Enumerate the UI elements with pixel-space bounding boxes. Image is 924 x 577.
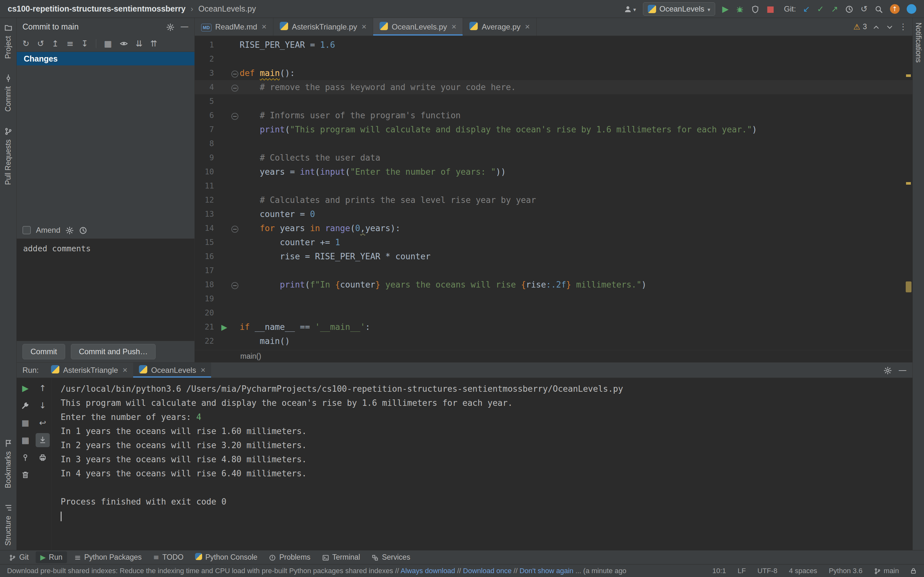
close-icon[interactable]: × (200, 365, 205, 375)
status-main[interactable]: main (874, 567, 899, 575)
code-line-8[interactable]: 8 (195, 137, 913, 151)
code-line-20[interactable]: 20 (195, 306, 913, 320)
close-icon[interactable]: × (451, 22, 456, 32)
run-tab-asterisktriangle[interactable]: AsteriskTriangle× (45, 363, 133, 378)
toolwindow-notifications[interactable]: Notifications (914, 23, 923, 63)
stop-button[interactable]: ■ (18, 416, 32, 430)
refresh-icon[interactable]: ↻ (23, 39, 29, 48)
shelve-icon[interactable]: ↥ (52, 39, 59, 48)
lock-icon[interactable] (910, 567, 917, 574)
down-button[interactable]: ↓ (36, 398, 50, 413)
history-button[interactable] (845, 4, 853, 13)
toolwindow-stripe-pull-requests[interactable]: Pull Requests (4, 127, 13, 185)
code-line-2[interactable]: 2 (195, 52, 913, 66)
code-line-5[interactable]: 5 (195, 94, 913, 108)
warning-stripe-mark[interactable] (906, 74, 911, 77)
prev-warning-button[interactable] (872, 22, 880, 31)
hide-panel-button[interactable]: — (180, 22, 189, 31)
code-editor[interactable]: 1RISE_PER_YEAR = 1.623−def main():4− # r… (195, 36, 913, 350)
debug-button[interactable] (736, 4, 744, 13)
rollback-button[interactable]: ↺ (861, 5, 867, 13)
preview-icon[interactable] (120, 39, 128, 48)
gear-icon[interactable] (166, 22, 174, 31)
group-by-icon[interactable]: ▦ (104, 39, 112, 48)
run-console[interactable]: /usr/local/bin/python3.6 /Users/mia/Pych… (52, 378, 913, 550)
toolwindow-button-todo[interactable]: ≡TODO (149, 551, 188, 563)
fold-icon[interactable]: − (230, 108, 240, 122)
breadcrumb-project[interactable]: cs100-repetition-structures-sentientmoss… (8, 4, 186, 13)
toolwindow-button-run[interactable]: ▶Run (36, 551, 67, 563)
stop-button[interactable]: ■ (766, 5, 774, 13)
commit-message-editor[interactable]: added comments (17, 239, 194, 341)
trash-button[interactable] (18, 468, 32, 482)
code-line-7[interactable]: 7 print("This program will calculate and… (195, 122, 913, 137)
code-line-13[interactable]: 13 counter = 0 (195, 207, 913, 221)
toolwindow-button-services[interactable]: Services (367, 551, 415, 563)
code-line-10[interactable]: 10 years = int(input("Enter the number o… (195, 165, 913, 179)
rerun-button[interactable]: ▶ (18, 381, 32, 395)
commit-check-button[interactable]: ✓ (817, 5, 824, 13)
status-10-1[interactable]: 10:1 (712, 567, 726, 575)
code-line-14[interactable]: 14− for years in range(0,years): (195, 221, 913, 235)
pin-button[interactable] (18, 450, 32, 464)
push-button[interactable]: ↗ (831, 5, 838, 13)
toolwindow-button-problems[interactable]: Problems (264, 551, 315, 563)
run-config-selector[interactable]: OceanLevels ▾ (643, 2, 715, 16)
gear-icon[interactable] (65, 226, 74, 235)
code-line-16[interactable]: 16 rise = RISE_PER_YEAR * counter (195, 250, 913, 263)
run-line-icon[interactable]: ▶ (218, 320, 230, 334)
editor-tab-average-py[interactable]: Average.py× (463, 18, 536, 35)
next-warning-button[interactable] (885, 22, 894, 31)
warning-stripe-mark[interactable] (906, 182, 911, 185)
code-line-11[interactable]: 11 (195, 179, 913, 193)
code-line-9[interactable]: 9 # Collects the user data (195, 151, 913, 165)
commit-and-push-button[interactable]: Commit and Push… (71, 344, 156, 359)
print-button[interactable] (36, 450, 50, 464)
status-utf-8[interactable]: UTF-8 (758, 567, 777, 575)
toolwindow-stripe-project[interactable]: Project (4, 23, 13, 59)
notifications-badge[interactable] (907, 4, 916, 14)
toolwindow-button-terminal[interactable]: Terminal (318, 551, 365, 563)
editor-tab-asterisktriangle-py[interactable]: AsteriskTriangle.py× (273, 18, 373, 35)
coverage-button[interactable] (751, 4, 759, 13)
hide-panel-button[interactable]: — (898, 366, 907, 375)
collapse-all-icon[interactable]: ⇈ (150, 39, 157, 48)
fold-icon[interactable]: − (230, 221, 240, 235)
toolwindow-stripe-structure[interactable]: Structure (4, 503, 13, 546)
editor-breadcrumb[interactable]: main() (195, 350, 913, 362)
changes-node[interactable]: Changes (17, 52, 194, 65)
search-everywhere-button[interactable] (875, 4, 883, 13)
changelist-icon[interactable]: ≡ (66, 39, 73, 48)
more-options-icon[interactable]: ⋮ (899, 23, 907, 31)
status-message[interactable]: Download pre-built shared indexes: Reduc… (7, 567, 703, 575)
code-line-1[interactable]: 1RISE_PER_YEAR = 1.6 (195, 38, 913, 52)
fold-icon[interactable]: − (230, 277, 240, 292)
fold-icon[interactable]: − (230, 66, 240, 80)
code-line-17[interactable]: 17 (195, 263, 913, 277)
run-tab-oceanlevels[interactable]: OceanLevels× (133, 363, 211, 378)
run-button[interactable]: ▶ (722, 5, 729, 13)
settings-button[interactable] (18, 398, 32, 413)
restore-layout-button[interactable]: ▦ (18, 433, 32, 447)
inspections-widget[interactable]: ⚠ 3 (853, 23, 867, 31)
editor-tab-readme-md[interactable]: MDReadMe.md× (195, 18, 273, 35)
softwrap-button[interactable]: ↩ (36, 416, 50, 430)
scrollbar-thumb[interactable] (906, 282, 911, 292)
code-line-12[interactable]: 12 # Calculates and prints the sea level… (195, 193, 913, 207)
toolwindow-button-git[interactable]: Git (5, 551, 33, 563)
rollback-icon[interactable]: ↺ (37, 39, 44, 48)
user-account-button[interactable]: ▾ (624, 4, 636, 13)
ide-update-badge[interactable]: ↑ (890, 4, 900, 14)
status-link[interactable]: Download once (463, 567, 512, 575)
fold-icon[interactable]: − (230, 80, 240, 94)
commit-button[interactable]: Commit (23, 344, 65, 359)
code-line-19[interactable]: 19 (195, 292, 913, 306)
editor-tab-oceanlevels-py[interactable]: OceanLevels.py× (373, 18, 463, 35)
code-line-3[interactable]: 3−def main(): (195, 66, 913, 80)
status-link[interactable]: Always download (401, 567, 455, 575)
code-line-21[interactable]: 21▶if __name__ == '__main__': (195, 320, 913, 334)
toolwindow-stripe-bookmarks[interactable]: Bookmarks (4, 438, 13, 488)
expand-all-icon[interactable]: ⇊ (136, 39, 143, 48)
status-link[interactable]: Don't show again (519, 567, 573, 575)
status-python-3-6[interactable]: Python 3.6 (829, 567, 863, 575)
